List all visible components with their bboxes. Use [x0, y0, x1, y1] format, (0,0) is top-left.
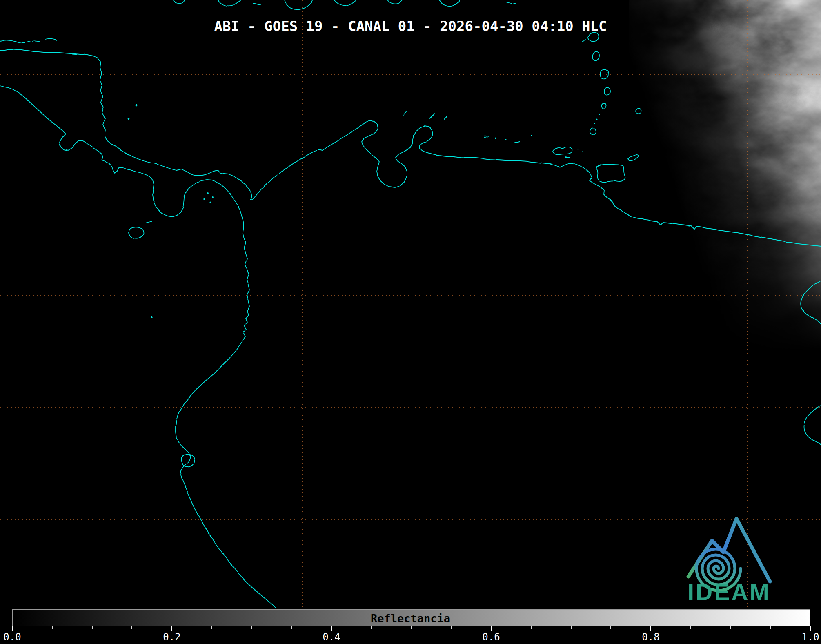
islet-dot [599, 114, 600, 115]
islet-dot [596, 118, 597, 120]
colorbar-tick [770, 626, 771, 629]
islet-dot [531, 135, 532, 136]
colorbar-tick-label: 1.0 [801, 631, 819, 643]
islet-dot [495, 137, 496, 138]
islet-dot [594, 123, 595, 124]
colorbar-tick-label: 0.0 [3, 631, 21, 643]
islet-dot [211, 196, 213, 198]
ideam-logo-text: IDEAM [688, 579, 771, 605]
islet-dot [582, 151, 583, 152]
islet-dot [505, 139, 507, 140]
islet-dot [209, 201, 210, 202]
colorbar-tick [690, 626, 691, 629]
colorbar-tick-labels: 0.0 0.2 0.4 0.6 0.8 1.0 [0, 631, 821, 644]
colorbar-label: Reflectancia [0, 612, 821, 625]
islet-dot [577, 149, 578, 150]
colorbar-tick [371, 626, 372, 629]
colorbar-tick [531, 626, 532, 629]
colorbar-tick [291, 626, 292, 629]
sunlit-cloud-band [629, 0, 821, 368]
colorbar-tick-label: 0.4 [323, 631, 340, 643]
colorbar-tick [610, 626, 611, 629]
colorbar-tick-label: 0.8 [642, 631, 659, 643]
colorbar-tick [571, 626, 572, 629]
colorbar-tick [411, 626, 412, 629]
islet-dot [128, 118, 130, 120]
colorbar-tick-label: 0.6 [482, 631, 500, 643]
colorbar-tick [131, 626, 132, 629]
colorbar-tick [491, 626, 492, 631]
satellite-map: IDEAM [0, 0, 821, 644]
colorbar-tick [171, 626, 172, 631]
colorbar-tick [650, 626, 651, 631]
colorbar-tick [52, 626, 53, 629]
colorbar-tick [331, 626, 332, 631]
colorbar-tick [451, 626, 452, 629]
islet-dot [151, 316, 153, 318]
islet-dot [136, 105, 138, 107]
colorbar-tick [12, 626, 13, 631]
colorbar-tick [730, 626, 731, 629]
colorbar-tick [211, 626, 212, 629]
colorbar-tick-label: 0.2 [163, 631, 180, 643]
islet-dot [207, 193, 208, 194]
satellite-image-viewport: IDEAM ABI - GOES 19 - CANAL 01 - 2026-04… [0, 0, 821, 644]
colorbar-tick [251, 626, 252, 629]
islet-dot [484, 136, 486, 137]
islet-dot [203, 198, 205, 199]
colorbar-tick [92, 626, 93, 629]
image-title: ABI - GOES 19 - CANAL 01 - 2026-04-30 04… [0, 18, 821, 34]
colorbar-tick [810, 626, 811, 631]
